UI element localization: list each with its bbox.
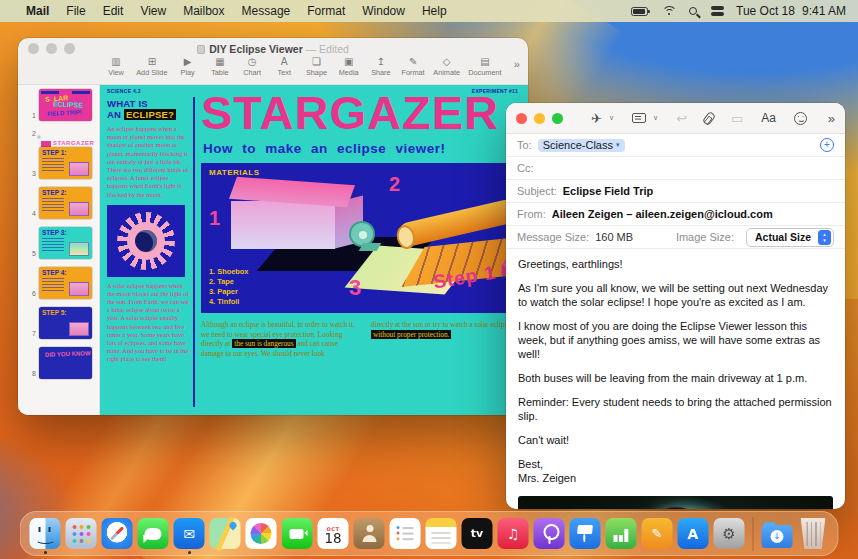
menu-edit[interactable]: Edit (103, 4, 124, 18)
zoom-button[interactable] (552, 113, 563, 124)
play-icon: ▶ (184, 56, 192, 67)
slide-thumbnail-3[interactable]: 3 STEP 1: (24, 147, 99, 179)
menu-time[interactable]: 9:41 AM (802, 4, 846, 18)
message-body[interactable]: Greetings, earthlings!As I'm sure you al… (506, 249, 845, 486)
dock-settings-icon[interactable]: ⚙ (714, 518, 745, 549)
document-button[interactable]: ▤Document (468, 56, 501, 77)
animate-button[interactable]: ◇Animate (433, 56, 460, 77)
table-button[interactable]: ▦Table (208, 56, 232, 77)
dock-photos-icon[interactable] (246, 518, 277, 549)
add-recipient-icon[interactable]: + (820, 138, 834, 152)
tape-illustration (349, 221, 375, 247)
minimize-button[interactable] (534, 113, 545, 124)
menu-message[interactable]: Message (242, 4, 291, 18)
keynote-titlebar[interactable]: DIY Eclipse Viewer — Edited (18, 38, 528, 55)
dock-notes-icon[interactable] (426, 518, 457, 549)
slide-thumbnail-7[interactable]: 7 STEP 5: (24, 307, 99, 339)
menu-help[interactable]: Help (422, 4, 447, 18)
image-size-select[interactable]: Actual Size ▴▾ (746, 228, 834, 247)
toolbar-overflow-icon[interactable]: » (514, 58, 520, 70)
materials-list: 1. Shoebox2. Tape3. Paper4. Tinfoil (209, 267, 248, 307)
slide-thumbnail-8[interactable]: 8 DID YOU KNOW (24, 347, 99, 379)
list-item: As I'm sure you all know, we will be set… (518, 282, 833, 310)
subject-field[interactable]: Subject: Eclipse Field Trip (506, 180, 845, 203)
emoji-icon[interactable] (794, 112, 807, 125)
dock-keynote-icon[interactable] (570, 518, 601, 549)
list-item: Both buses will be leaving from the main… (518, 372, 833, 386)
dock-podcasts-icon[interactable] (534, 518, 565, 549)
document-icon: ▤ (480, 56, 489, 67)
view-button[interactable]: ▥View (104, 56, 128, 77)
format-button[interactable]: ✎Format (401, 56, 425, 77)
slide-thumbnail-5[interactable]: 5 STEP 3: (24, 227, 99, 259)
recipient-token[interactable]: Science-Class▾ (538, 139, 625, 152)
send-options-chevron-icon[interactable]: ∨ (609, 114, 614, 122)
header-fields-chevron-icon[interactable]: ∨ (653, 114, 658, 122)
animate-icon: ◇ (443, 56, 451, 67)
to-field[interactable]: To: Science-Class▾ + (506, 134, 845, 157)
share-button[interactable]: ↥Share (369, 56, 393, 77)
text-button[interactable]: AText (272, 56, 296, 77)
menu-app-name[interactable]: Mail (26, 4, 49, 18)
slide-subhead: How to make an eclipse viewer! (203, 141, 528, 156)
toolbar-overflow-icon[interactable]: » (828, 111, 835, 126)
slide-thumbnail-2-selected[interactable]: 2 STARGAZER (24, 129, 99, 139)
list-item: I know most of you are doing the Eclipse… (518, 320, 833, 362)
spotlight-icon[interactable] (689, 4, 697, 18)
dock-facetime-icon[interactable] (282, 518, 313, 549)
dock-appstore-icon[interactable]: A (678, 518, 709, 549)
mail-compose-window: ✈ ∨ ∨ ↩ ▭ Aa » To: Science-Class▾ + Cc: … (506, 103, 845, 509)
dock-music-icon[interactable]: ♫ (498, 518, 529, 549)
dock-mail-icon[interactable]: ✉ (174, 518, 205, 549)
add-slide-button[interactable]: ⊞Add Slide (136, 56, 167, 77)
from-field[interactable]: From: Aileen Zeigen – aileen.zeigen@iclo… (506, 203, 845, 226)
materials-label: MATERIALS (209, 168, 260, 177)
document-proxy-icon[interactable] (197, 45, 205, 54)
message-size-value: 160 MB (595, 231, 633, 243)
slide-thumbnail-4[interactable]: 4 STEP 2: (24, 187, 99, 219)
play-button[interactable]: ▶Play (176, 56, 200, 77)
attach-icon[interactable] (702, 110, 716, 125)
slide-thumbnail-6[interactable]: 6 STEP 4: (24, 267, 99, 299)
media-button[interactable]: ▣Media (337, 56, 361, 77)
battery-icon[interactable] (631, 4, 648, 18)
dock-pages-icon[interactable]: ✎ (642, 518, 673, 549)
dock-contacts-icon[interactable] (354, 518, 385, 549)
add-slide-icon: ⊞ (148, 56, 156, 67)
dock-calendar-icon[interactable]: OCT18 (318, 518, 349, 549)
dock-launchpad-icon[interactable] (66, 518, 97, 549)
dock-numbers-icon[interactable] (606, 518, 637, 549)
menu-window[interactable]: Window (362, 4, 405, 18)
slide-thumbnail-1[interactable]: 1 S◌LAR ECLIPSE FIELD TRIP! (24, 89, 99, 121)
token-chevron-icon: ▾ (616, 141, 620, 149)
dock-messages-icon[interactable] (138, 518, 169, 549)
dock-maps-icon[interactable] (210, 518, 241, 549)
mail-toolbar[interactable]: ✈ ∨ ∨ ↩ ▭ Aa » (506, 103, 845, 134)
control-center-icon[interactable] (711, 4, 724, 18)
send-icon[interactable]: ✈ (591, 112, 602, 125)
eclipse-photo-attachment[interactable] (518, 496, 833, 509)
list-item: Can't wait! (518, 434, 833, 448)
dock-trash-icon[interactable] (798, 518, 829, 549)
format-text-button[interactable]: Aa (761, 111, 776, 125)
menu-file[interactable]: File (66, 4, 85, 18)
dock-reminders-icon[interactable] (390, 518, 421, 549)
menu-mailbox[interactable]: Mailbox (183, 4, 224, 18)
close-button[interactable] (516, 113, 527, 124)
dock-appletv-icon[interactable]: tv (462, 518, 493, 549)
menu-view[interactable]: View (140, 4, 166, 18)
dock-downloads-icon[interactable]: ↓ (762, 525, 793, 548)
slide-navigator: 1 S◌LAR ECLIPSE FIELD TRIP! 2 STARGAZER … (18, 85, 100, 415)
slide-canvas[interactable]: SCIENCE 4.2 EXPERIMENT #11 WHAT ISAN ECL… (100, 85, 528, 415)
dock-finder-icon[interactable] (30, 518, 61, 549)
header-fields-icon[interactable] (632, 113, 646, 123)
dock-divider (753, 517, 754, 551)
menu-date[interactable]: Tue Oct 18 (736, 4, 795, 18)
shape-button[interactable]: ❏Shape (304, 56, 328, 77)
dock-safari-icon[interactable] (102, 518, 133, 549)
cc-field[interactable]: Cc: (506, 157, 845, 180)
column-divider (193, 97, 195, 407)
chart-button[interactable]: ◷Chart (240, 56, 264, 77)
wifi-icon[interactable] (662, 4, 675, 18)
menu-format[interactable]: Format (307, 4, 345, 18)
